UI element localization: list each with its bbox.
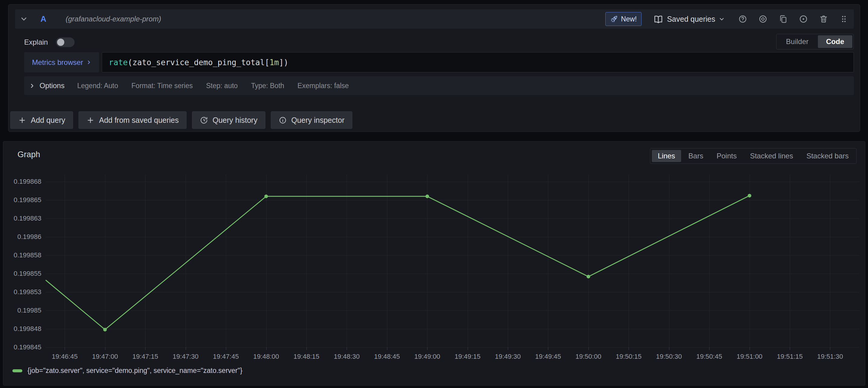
- gridline-horizontal: [45, 311, 860, 311]
- legend-item[interactable]: {job="zato.server", service="demo.ping",…: [12, 366, 242, 375]
- legend-label: {job="zato.server", service="demo.ping",…: [28, 366, 242, 375]
- x-axis-tick-label: 19:47:30: [173, 353, 199, 360]
- graph-style-tabs: LinesBarsPointsStacked linesStacked bars: [650, 148, 857, 164]
- x-axis-tick: [226, 347, 226, 350]
- x-axis-tick-label: 19:47:45: [213, 353, 239, 360]
- gridline-horizontal: [45, 237, 860, 237]
- gridline-vertical: [588, 174, 589, 347]
- gridline-vertical: [347, 174, 347, 347]
- x-axis-tick: [508, 347, 508, 350]
- rocket-icon: [610, 15, 618, 23]
- x-axis-tick-label: 19:49:15: [455, 353, 480, 360]
- query-code-input[interactable]: rate(zato_service_demo_ping_total[1m]): [102, 52, 854, 72]
- query-history-button[interactable]: Query history: [192, 111, 266, 129]
- chart-plot-area[interactable]: [45, 174, 860, 347]
- x-axis-tick: [830, 347, 830, 350]
- gridline-vertical: [145, 174, 146, 347]
- x-axis-tick-label: 19:51:00: [737, 353, 763, 360]
- add-query-button[interactable]: Add query: [10, 111, 73, 129]
- x-axis-tick-label: 19:47:00: [92, 353, 118, 360]
- chevron-down-icon: [719, 17, 724, 22]
- tab-points[interactable]: Points: [710, 150, 743, 162]
- x-axis-tick-label: 19:51:15: [777, 353, 803, 360]
- x-axis-tick: [709, 347, 710, 350]
- plus-icon: [86, 116, 94, 124]
- tab-stacked-lines[interactable]: Stacked lines: [744, 150, 799, 162]
- y-axis-tick-label: 0.199848: [3, 325, 41, 333]
- gridline-vertical: [306, 174, 307, 347]
- x-axis-tick: [588, 347, 589, 350]
- y-axis-tick-label: 0.199868: [3, 178, 41, 186]
- mode-code[interactable]: Code: [818, 35, 852, 48]
- book-icon: [654, 14, 663, 24]
- x-axis-tick: [186, 347, 186, 350]
- option-summary-item: Exemplars: false: [298, 82, 349, 90]
- y-axis-tick-label: 0.199863: [3, 215, 41, 222]
- y-axis-tick-label: 0.199865: [3, 196, 41, 204]
- gridline-vertical: [387, 174, 388, 347]
- x-axis-tick-label: 19:49:45: [535, 353, 561, 360]
- query-inspector-button[interactable]: Query inspector: [271, 111, 352, 129]
- gridline-horizontal: [45, 292, 860, 292]
- x-axis-tick-label: 19:50:15: [616, 353, 642, 360]
- x-axis-tick-label: 19:50:30: [656, 353, 682, 360]
- circle-o-icon[interactable]: [758, 14, 768, 24]
- plus-icon: [18, 116, 26, 124]
- legend-swatch: [12, 369, 22, 372]
- history-icon: [200, 116, 208, 124]
- gridline-horizontal: [45, 347, 860, 348]
- x-axis-tick: [306, 347, 307, 350]
- explain-row: Explain BuilderCode: [24, 33, 854, 52]
- y-axis-tick-label: 0.19985: [3, 306, 41, 314]
- x-axis-tick: [750, 347, 750, 350]
- gridline-vertical: [427, 174, 428, 347]
- gridline-horizontal: [45, 273, 860, 274]
- gridline-horizontal: [45, 182, 860, 182]
- duplicate-icon[interactable]: [779, 14, 788, 24]
- gridline-vertical: [750, 174, 750, 347]
- x-axis-tick: [427, 347, 428, 350]
- metrics-browser-button[interactable]: Metrics browser: [24, 52, 99, 72]
- x-axis-tick: [65, 347, 65, 350]
- query-row: Metrics browser rate(zato_service_demo_p…: [24, 52, 854, 72]
- circle-dot-icon[interactable]: [799, 14, 808, 24]
- x-axis-tick-label: 19:47:15: [132, 353, 158, 360]
- query-editor-panel: A (grafanacloud-example-prom) New! Saved…: [8, 4, 860, 132]
- x-axis-tick: [468, 347, 468, 350]
- gridline-vertical: [186, 174, 186, 347]
- x-axis-tick: [548, 347, 548, 350]
- query-actions-row: Add queryAdd from saved queriesQuery his…: [10, 111, 352, 129]
- tab-bars[interactable]: Bars: [682, 150, 709, 162]
- x-axis-tick: [347, 347, 347, 350]
- button-label: Query inspector: [291, 116, 344, 125]
- trash-icon[interactable]: [819, 14, 828, 24]
- query-row-header[interactable]: A (grafanacloud-example-prom) New! Saved…: [15, 9, 854, 29]
- info-icon: [279, 116, 287, 124]
- add-from-saved-queries-button[interactable]: Add from saved queries: [79, 111, 187, 129]
- y-axis-tick-label: 0.199845: [3, 343, 41, 351]
- grafana-explore-screen: { "colors": { "series_green": "#73bf69",…: [0, 0, 868, 388]
- y-axis-tick-label: 0.19986: [3, 233, 41, 241]
- y-axis-tick-label: 0.199858: [3, 251, 41, 259]
- gridline-vertical: [266, 174, 267, 347]
- x-axis-tick: [790, 347, 790, 350]
- tab-stacked-bars[interactable]: Stacked bars: [800, 150, 855, 162]
- saved-queries-button[interactable]: Saved queries: [654, 14, 724, 24]
- explain-toggle[interactable]: [56, 37, 74, 47]
- new-badge[interactable]: New!: [605, 12, 642, 26]
- query-token-function: rate: [109, 58, 128, 67]
- gridline-vertical: [790, 174, 790, 347]
- chevron-down-icon[interactable]: [21, 16, 27, 22]
- gridline-vertical: [65, 174, 65, 347]
- help-circle-icon[interactable]: [738, 14, 747, 24]
- options-expander[interactable]: Options: [30, 82, 65, 90]
- x-axis-tick: [387, 347, 388, 350]
- option-summary-item: Step: auto: [206, 82, 238, 90]
- metrics-browser-label: Metrics browser: [32, 58, 83, 67]
- gridline-vertical: [468, 174, 468, 347]
- mode-builder[interactable]: Builder: [778, 35, 817, 48]
- drag-handle-icon[interactable]: [839, 14, 848, 24]
- x-axis-tick-label: 19:46:45: [52, 353, 78, 360]
- tab-lines[interactable]: Lines: [652, 150, 681, 162]
- x-axis-tick-label: 19:48:15: [293, 353, 319, 360]
